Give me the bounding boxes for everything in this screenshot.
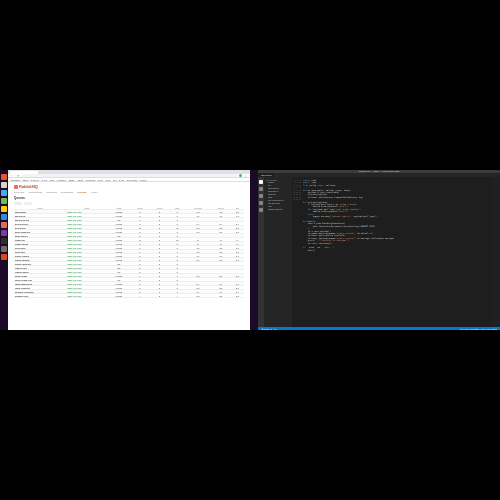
page-title: Queues (14, 196, 244, 200)
status-bar[interactable]: ⎇ main ⊘ 0 ⚠ 0 Ln 24, Col 12 Spaces: 4 U… (258, 327, 500, 330)
table-cell: webhook.retry (14, 294, 66, 298)
launcher-icon[interactable] (1, 206, 7, 212)
nav-tab[interactable]: Exchanges (61, 191, 73, 194)
launcher-icon[interactable] (1, 246, 7, 252)
filter-control[interactable] (24, 202, 32, 205)
monitor-left: ‹ › ⟳ ⋮ ▸localhost▸Docs▸GitHub▸AWS▸Jira▸… (0, 170, 250, 330)
table-cell: 4 (169, 294, 185, 298)
launcher-icon[interactable] (1, 198, 7, 204)
launcher-icon[interactable] (1, 222, 7, 228)
launcher-icon[interactable] (1, 214, 7, 220)
launcher-icon[interactable] (1, 230, 7, 236)
launcher-icon[interactable] (1, 238, 7, 244)
queues-table[interactable]: NameNodeStateReadyUnackTotalincomingdeli… (14, 206, 244, 298)
launcher-icon[interactable] (1, 182, 7, 188)
brand-logo: RabbitMQ (14, 184, 244, 189)
explorer-panel[interactable]: EXPLORERproject src consumer.py publishe… (264, 177, 292, 327)
table-cell: running (108, 294, 130, 298)
search-icon[interactable] (259, 187, 263, 191)
nav-tab[interactable]: Overview (14, 191, 24, 194)
brand-text: RabbitMQ (19, 184, 38, 189)
code-editor[interactable]: import pika import json from config impo… (302, 177, 492, 327)
url-input[interactable] (22, 174, 237, 177)
status-right[interactable]: Ln 24, Col 12 Spaces: 4 UTF-8 LF Python (460, 328, 497, 330)
nav-tab[interactable]: Channels (46, 191, 57, 194)
editor-area[interactable]: 1 2 3 4 5 6 7 8 9 10 11 12 13 14 15 16 1… (292, 177, 500, 327)
bookmark-item[interactable]: ▸Calendar (86, 179, 95, 181)
bookmark-item[interactable]: ▸localhost (11, 179, 20, 181)
bookmark-item[interactable]: ▸CI (113, 179, 116, 181)
vscode-window: consumer.py — project — Visual Studio Co… (258, 170, 500, 330)
git-icon[interactable] (259, 194, 263, 198)
extensions-icon[interactable] (259, 208, 263, 212)
debug-icon[interactable] (259, 201, 263, 205)
browser-window: ‹ › ⟳ ⋮ ▸localhost▸Docs▸GitHub▸AWS▸Jira▸… (8, 170, 250, 330)
monitor-right: consumer.py — project — Visual Studio Co… (250, 170, 500, 330)
ubuntu-launcher[interactable] (0, 170, 8, 330)
dual-monitor-desktop: ‹ › ⟳ ⋮ ▸localhost▸Docs▸GitHub▸AWS▸Jira▸… (0, 170, 500, 330)
page-content: RabbitMQ OverviewConnectionsChannelsExch… (8, 182, 250, 330)
nav-tab[interactable]: Admin (90, 191, 97, 194)
bookmark-item[interactable]: ▸The board (127, 179, 137, 181)
status-left[interactable]: ⎇ main ⊘ 0 ⚠ 0 (261, 328, 276, 330)
launcher-icon[interactable] (1, 174, 7, 180)
bookmark-item[interactable]: ▸Wiki (119, 179, 124, 181)
bookmark-item[interactable]: ▸Slack (69, 179, 75, 181)
bookmark-item[interactable]: ▸Mail (106, 179, 111, 181)
letterbox-top (0, 0, 500, 170)
letterbox-bottom (0, 330, 500, 500)
table-cell: rabbit@03-node (66, 294, 108, 298)
launcher-icon[interactable] (1, 254, 7, 260)
rabbitmq-icon (14, 185, 18, 189)
forward-icon[interactable]: › (14, 174, 15, 178)
filter-control[interactable] (14, 202, 22, 205)
nav-tab[interactable]: Connections (28, 191, 42, 194)
table-row[interactable]: webhook.retryrabbit@03-noderunning4040.0… (14, 294, 244, 298)
table-cell: 0 (150, 294, 170, 298)
line-gutter: 1 2 3 4 5 6 7 8 9 10 11 12 13 14 15 16 1… (292, 177, 302, 327)
bookmark-item[interactable]: ▸Stack (140, 179, 146, 181)
back-icon[interactable]: ‹ (11, 174, 12, 178)
profile-icon[interactable] (239, 174, 242, 177)
filter-row[interactable] (14, 202, 244, 205)
table-cell: 0.0 (185, 294, 211, 298)
reload-icon[interactable]: ⟳ (17, 174, 20, 178)
launcher-icon[interactable] (1, 190, 7, 196)
bookmark-item[interactable]: ▸Docs (23, 179, 29, 181)
bookmark-item[interactable]: ▸Drive (78, 179, 84, 181)
files-icon[interactable] (259, 180, 263, 184)
bookmark-item[interactable]: ▸Jira (50, 179, 54, 181)
table-cell: 0.0 (211, 294, 231, 298)
nav-tab[interactable]: Queues (77, 191, 86, 194)
table-cell: 4 (130, 294, 150, 298)
menu-icon[interactable]: ⋮ (244, 174, 247, 178)
main-nav[interactable]: OverviewConnectionsChannelsExchangesQueu… (14, 191, 244, 194)
minimap[interactable] (492, 177, 500, 327)
table-cell: 0.0 (231, 294, 244, 298)
ubuntu-launcher-right[interactable] (250, 170, 258, 330)
bookmark-item[interactable]: ▸Grafana (57, 179, 65, 181)
bookmark-item[interactable]: ▸AWS (42, 179, 47, 181)
bookmark-item[interactable]: ▸GitHub (31, 179, 38, 181)
file-item[interactable]: requirements.txt (266, 208, 290, 211)
bookmark-item[interactable]: ▸K8s (98, 179, 102, 181)
